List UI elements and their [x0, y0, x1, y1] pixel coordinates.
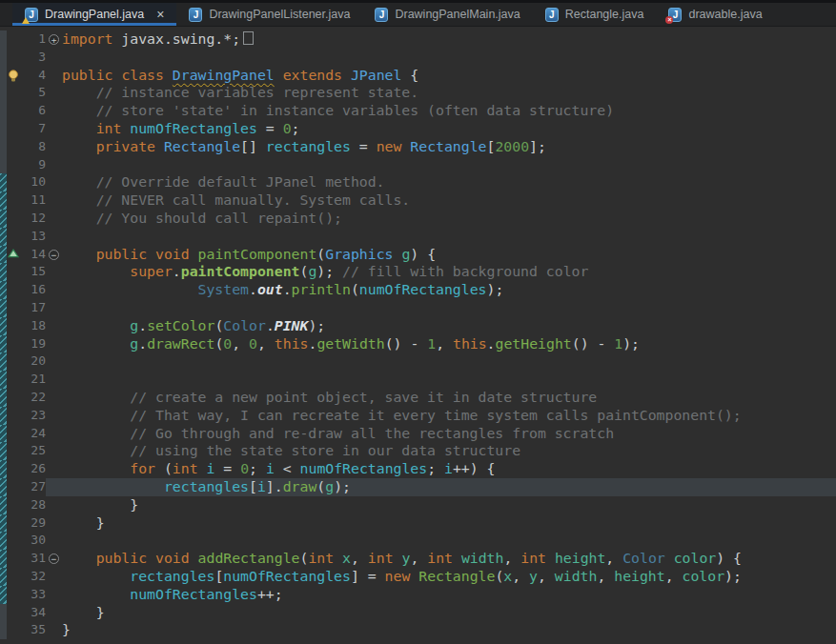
token-pln: ++) {	[453, 460, 496, 476]
code-text[interactable]	[62, 49, 836, 67]
code-text[interactable]: // store 'state' in instance variables (…	[62, 102, 836, 120]
code-text[interactable]	[62, 532, 836, 550]
line-body	[46, 299, 836, 317]
token-pln	[62, 263, 130, 279]
token-pln: );	[622, 335, 640, 352]
code-line: 28 }	[0, 496, 836, 514]
tab-drawable-java[interactable]: J×drawable.java	[656, 3, 774, 26]
code-text[interactable]: g.setColor(Color.PINK);	[62, 317, 836, 335]
token-kw: this	[453, 335, 487, 352]
code-text[interactable]: super.paintComponent(g); // fill with ba…	[62, 263, 836, 281]
code-text[interactable]: g.drawRect(0, 0, this.getWidth() - 1, th…	[62, 335, 836, 353]
code-text[interactable]: public void addRectangle(int x, int y, i…	[62, 550, 836, 568]
code-line: 19 g.drawRect(0, 0, this.getWidth() - 1,…	[0, 335, 836, 353]
line-body: public class DrawingPanel extends JPanel…	[46, 67, 836, 85]
token-pln	[62, 317, 130, 333]
token-num: 1	[614, 335, 622, 352]
change-bar-modified	[0, 173, 7, 191]
line-body: // That way, I can recreate it every tim…	[46, 407, 836, 425]
annotation-ruler	[7, 352, 20, 371]
token-pln	[62, 442, 130, 458]
code-text[interactable]: // create a new point object, save it in…	[62, 389, 836, 407]
fold-collapse-icon[interactable]: −	[49, 250, 59, 260]
line-body: // Go through and re-draw all the rectan…	[46, 425, 836, 443]
token-num: 0	[240, 460, 249, 476]
annotation-ruler	[7, 371, 20, 389]
token-pln: ].	[266, 478, 283, 494]
code-text[interactable]: private Rectangle[] rectangles = new Rec…	[62, 138, 836, 156]
annotation-ruler	[7, 604, 20, 622]
token-pln: ,	[436, 335, 453, 352]
annotation-ruler	[7, 389, 20, 407]
token-pln: ,	[538, 568, 555, 584]
code-text[interactable]: }	[62, 621, 836, 639]
code-line: 10 // Override default JPanel method.	[0, 173, 836, 191]
token-pln: (	[351, 281, 359, 297]
token-par: x	[503, 568, 512, 584]
code-text[interactable]: numOfRectangles++;	[62, 586, 836, 604]
code-text[interactable]	[62, 299, 836, 317]
fold-ruler: +	[46, 30, 62, 49]
token-pln: ] =	[351, 568, 385, 584]
tab-drawingpanel-java[interactable]: JDrawingPanel.java×	[12, 3, 176, 26]
code-text[interactable]: rectangles[i].draw(g);	[62, 478, 836, 496]
code-text[interactable]: }	[62, 604, 836, 622]
code-text[interactable]: int numOfRectangles = 0;	[62, 120, 836, 138]
annotation-ruler	[7, 173, 20, 191]
annotation-ruler[interactable]	[7, 246, 20, 264]
code-text[interactable]: import javax.swing.*;	[62, 30, 836, 49]
code-text[interactable]: for (int i = 0; i < numOfRectangles; i++…	[62, 460, 836, 478]
fold-collapse-icon[interactable]: −	[49, 553, 59, 564]
code-text[interactable]: // Override default JPanel method.	[62, 173, 836, 191]
line-number: 14	[20, 246, 46, 264]
token-pln	[62, 210, 96, 226]
token-pln: ;	[249, 460, 266, 476]
line-body: private Rectangle[] rectangles = new Rec…	[46, 138, 836, 156]
token-mth: println	[292, 281, 351, 297]
fold-ruler	[46, 604, 62, 622]
token-par: y	[529, 568, 538, 584]
tab-rectangle-java[interactable]: JRectangle.java	[533, 3, 657, 26]
code-text[interactable]: // NEVER call manually. System calls.	[62, 191, 836, 210]
code-text[interactable]: }	[62, 514, 836, 533]
code-line: 3	[0, 49, 836, 67]
code-text[interactable]	[62, 156, 836, 174]
tab-drawingpanellistener-java[interactable]: JDrawingPanelListener.java	[176, 3, 362, 26]
token-num: 0	[283, 120, 292, 136]
close-icon[interactable]: ×	[156, 8, 164, 21]
token-kw: import	[62, 30, 112, 47]
code-text[interactable]	[62, 371, 836, 389]
code-line: 4public class DrawingPanel extends JPane…	[0, 67, 836, 85]
change-bar-modified	[0, 407, 7, 425]
fold-ruler	[46, 568, 62, 586]
code-text[interactable]: public class DrawingPanel extends JPanel…	[62, 67, 836, 85]
annotation-ruler	[7, 138, 20, 156]
token-pln: (	[155, 460, 173, 476]
code-text[interactable]: // You should call repaint();	[62, 210, 836, 228]
change-bar-modified	[0, 263, 7, 281]
code-text[interactable]: System.out.println(numOfRectangles);	[62, 281, 836, 299]
line-body: // NEVER call manually. System calls.	[46, 191, 836, 210]
code-text[interactable]: // Go through and re-draw all the rectan…	[62, 425, 836, 443]
token-par: g	[325, 478, 334, 494]
code-text[interactable]: rectangles[numOfRectangles] = new Rectan…	[62, 568, 836, 586]
code-text[interactable]	[62, 228, 836, 246]
tab-drawingpanelmain-java[interactable]: JDrawingPanelMain.java	[362, 3, 532, 26]
fold-expand-icon[interactable]: +	[49, 34, 59, 45]
token-pln: []	[240, 138, 266, 154]
code-text[interactable]: public void paintComponent(Graphics g) {	[62, 246, 836, 264]
code-text[interactable]: // instance variables represent state.	[62, 84, 836, 102]
token-cmt: // You should call repaint();	[96, 210, 342, 226]
annotation-ruler	[7, 191, 20, 210]
line-number: 5	[20, 84, 46, 102]
code-text[interactable]: // That way, I can recreate it every tim…	[62, 407, 836, 425]
code-editor[interactable]: 1+import javax.swing.*;34public class Dr…	[0, 27, 836, 644]
collapsed-region-icon[interactable]	[243, 31, 254, 45]
code-text[interactable]: }	[62, 496, 836, 514]
line-body	[46, 352, 836, 371]
annotation-ruler[interactable]	[7, 67, 20, 85]
code-text[interactable]	[62, 352, 836, 371]
token-pln: }	[62, 621, 71, 637]
code-text[interactable]: // using the state store in our data str…	[62, 442, 836, 460]
annotation-ruler	[7, 621, 20, 639]
